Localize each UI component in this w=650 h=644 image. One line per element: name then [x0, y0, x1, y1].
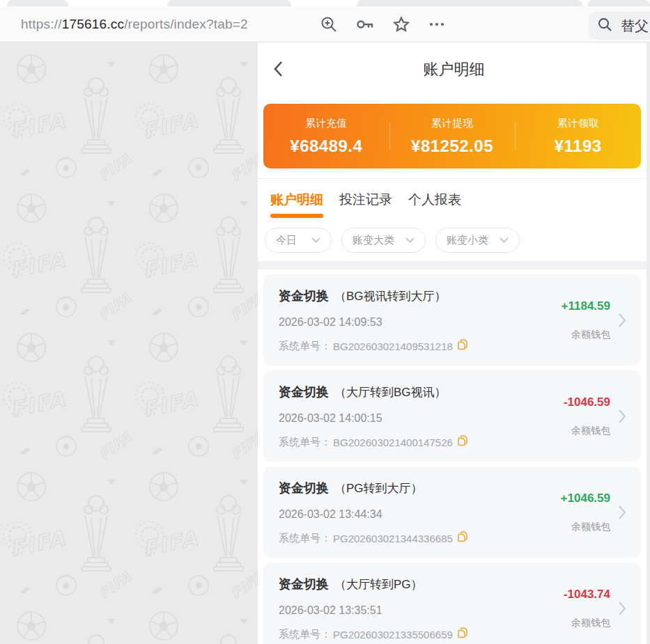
- section-divider: [258, 261, 650, 269]
- order-number: BG202603021409531218: [333, 340, 453, 352]
- transaction-title: 资金切换: [279, 576, 329, 592]
- copy-icon[interactable]: [458, 339, 467, 353]
- transaction-datetime: 2026-03-02 14:00:15: [279, 412, 500, 425]
- zoom-icon[interactable]: [320, 15, 338, 33]
- chevron-right-icon[interactable]: [610, 384, 634, 449]
- url-path: /reports/index?tab=2: [124, 17, 248, 32]
- app-content: 账户明细 累计充值 ¥68489.4 累计提现 ¥81252.05 累计领取 ¥…: [258, 42, 650, 644]
- amount: -1046.59: [564, 395, 610, 409]
- browser-tab[interactable]: [587, 0, 650, 6]
- chevron-right-icon[interactable]: [610, 288, 634, 353]
- transaction-datetime: 2026-03-02 14:09:53: [279, 316, 500, 329]
- order-number-label: 系统单号：: [279, 532, 331, 545]
- stats-card: 累计充值 ¥68489.4 累计提现 ¥81252.05 累计领取 ¥1193: [263, 104, 641, 168]
- screenshot-root: https://175616.cc/reports/index?tab=2: [0, 0, 650, 644]
- transaction-card[interactable]: 资金切换 （PG转到大厅） 2026-03-02 13:44:34 系统单号： …: [263, 466, 641, 558]
- transaction-list: 资金切换 （BG视讯转到大厅） 2026-03-02 14:09:53 系统单号…: [258, 269, 650, 644]
- wallet-type: 余额钱包: [571, 329, 610, 341]
- transaction-datetime: 2026-03-02 13:35:51: [279, 604, 500, 617]
- search-query-text: 替父: [621, 17, 649, 36]
- wallet-type: 余额钱包: [571, 521, 610, 533]
- browser-tab[interactable]: [357, 0, 582, 6]
- fifa-pattern-graphic: FIFA FIFA: [0, 42, 258, 644]
- transaction-title: 资金切换: [279, 480, 329, 496]
- wallet-type: 余额钱包: [571, 617, 610, 629]
- key-icon[interactable]: [355, 15, 375, 33]
- browser-tab[interactable]: [167, 0, 291, 6]
- wallet-type: 余额钱包: [571, 425, 610, 437]
- chevron-down-icon: [311, 237, 320, 243]
- stat-label: 累计提现: [389, 117, 516, 130]
- url-protocol: https://: [21, 17, 62, 32]
- filter-major-category[interactable]: 账变大类: [341, 228, 426, 253]
- search-icon: [597, 17, 612, 35]
- transaction-card[interactable]: 资金切换 （BG视讯转到大厅） 2026-03-02 14:09:53 系统单号…: [263, 274, 641, 366]
- browser-tab-strip: [0, 0, 650, 6]
- chevron-right-icon[interactable]: [610, 480, 634, 545]
- transaction-card[interactable]: 资金切换 （大厅转到BG视讯） 2026-03-02 14:00:15 系统单号…: [263, 370, 641, 462]
- copy-icon[interactable]: [458, 627, 467, 641]
- amount: -1043.74: [564, 588, 610, 602]
- transaction-subtitle: （大厅转到BG视讯）: [334, 384, 447, 400]
- address-bar[interactable]: https://175616.cc/reports/index?tab=2: [21, 6, 248, 42]
- stats-section: 累计充值 ¥68489.4 累计提现 ¥81252.05 累计领取 ¥1193: [258, 94, 650, 179]
- filter-date[interactable]: 今日: [265, 228, 332, 253]
- order-number-label: 系统单号：: [279, 628, 331, 641]
- tab-account-detail[interactable]: 账户明细: [270, 191, 323, 218]
- order-number: BG202603021400147526: [333, 437, 453, 448]
- bookmark-star-icon[interactable]: [392, 15, 410, 33]
- transaction-subtitle: （PG转到大厅）: [334, 480, 423, 496]
- chevron-down-icon: [500, 237, 509, 243]
- page-scrollbar[interactable]: [647, 42, 650, 644]
- transaction-title: 资金切换: [279, 384, 329, 400]
- transaction-subtitle: （BG视讯转到大厅）: [334, 288, 447, 304]
- order-number-label: 系统单号：: [279, 340, 331, 353]
- fifa-watermark-background: FIFA FIFA: [0, 42, 258, 644]
- transaction-card[interactable]: 资金切换 （大厅转到PG） 2026-03-02 13:35:51 系统单号： …: [263, 563, 641, 644]
- tab-bet-records[interactable]: 投注记录: [339, 191, 392, 218]
- stat-total-withdraw: 累计提现 ¥81252.05: [389, 117, 516, 156]
- page-title: 账户明细: [258, 59, 650, 80]
- browser-toolbar: https://175616.cc/reports/index?tab=2: [0, 6, 650, 42]
- url-domain: 175616.cc: [62, 17, 124, 32]
- report-tabs: 账户明细 投注记录 个人报表: [258, 179, 650, 218]
- stat-value: ¥81252.05: [389, 136, 516, 156]
- copy-icon[interactable]: [458, 435, 467, 449]
- copy-icon[interactable]: [458, 531, 467, 545]
- stat-total-claimed: 累计领取 ¥1193: [515, 117, 641, 156]
- amount: +1046.59: [561, 492, 610, 505]
- browser-search-box[interactable]: 替父: [589, 12, 650, 40]
- filter-label: 今日: [276, 234, 297, 247]
- transaction-datetime: 2026-03-02 13:44:34: [279, 508, 500, 521]
- filter-label: 账变大类: [353, 234, 394, 247]
- filter-minor-category[interactable]: 账变小类: [435, 228, 520, 253]
- menu-ellipsis-icon[interactable]: [428, 15, 446, 33]
- filter-row: 今日 账变大类 账变小类: [258, 218, 650, 261]
- stat-label: 累计充值: [263, 117, 389, 130]
- stat-value: ¥1193: [515, 136, 641, 156]
- order-number: PG202603021335506659: [333, 629, 453, 641]
- stat-total-deposit: 累计充值 ¥68489.4: [263, 117, 389, 156]
- stat-label: 累计领取: [515, 117, 641, 130]
- chevron-down-icon: [405, 237, 415, 243]
- filter-label: 账变小类: [447, 234, 488, 247]
- stat-value: ¥68489.4: [263, 136, 389, 156]
- app-header: 账户明细: [258, 42, 650, 94]
- tab-personal-report[interactable]: 个人报表: [408, 191, 461, 218]
- chevron-right-icon[interactable]: [610, 576, 634, 641]
- order-number: PG202603021344336685: [333, 533, 453, 544]
- transaction-title: 资金切换: [279, 288, 329, 304]
- transaction-subtitle: （大厅转到PG）: [334, 576, 423, 592]
- amount: +1184.59: [562, 299, 610, 313]
- browser-tab[interactable]: [7, 0, 68, 6]
- order-number-label: 系统单号：: [279, 436, 331, 449]
